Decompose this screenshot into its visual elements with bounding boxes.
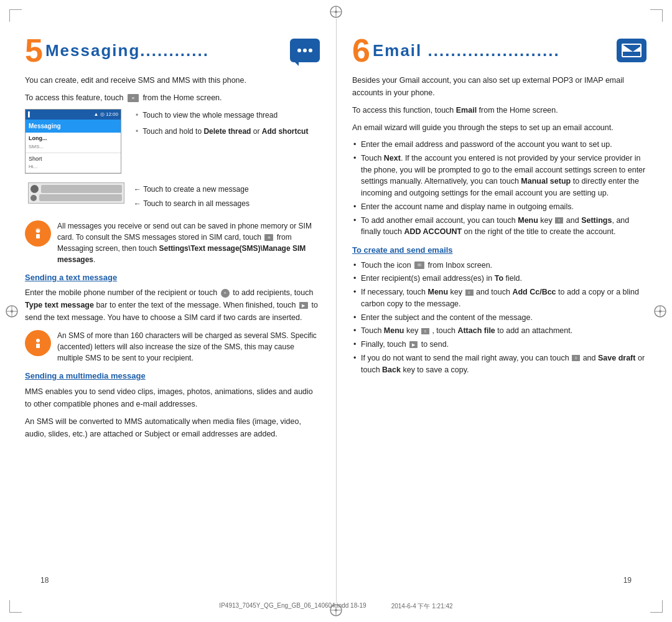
svg-point-20 — [30, 335, 46, 351]
email-send-bullet-6: Finally, touch ▶ to send. — [352, 339, 647, 351]
email-bullet-1: Enter the email address and password of … — [352, 139, 647, 151]
page-number-left: 18 — [40, 575, 49, 586]
chapter-header-email: 6 Email ....................... — [352, 34, 647, 67]
warning-icon-1 — [25, 220, 51, 247]
compass-top — [329, 5, 343, 19]
footer-left: IP4913_7045Y_QG_Eng_GB_06_140604.indd 18… — [219, 602, 366, 611]
chapter-header-messaging: 5 Messaging............ — [25, 34, 320, 67]
section-heading-text-msg: Sending a text message — [25, 271, 320, 284]
new-message-bar — [30, 185, 122, 193]
messaging-intro2: To access this feature, touch ≡ from the… — [25, 92, 320, 104]
messaging-chapter-icon — [289, 38, 320, 63]
annotation-bullet2: • Touch and hold to Delete thread or Add… — [131, 125, 320, 139]
section1-body: Enter the mobile phone number of the rec… — [25, 286, 320, 324]
email-chapter-icon — [616, 38, 647, 63]
chapter-num-5: 5 — [25, 34, 43, 67]
compose-annotations-text: ← Touch to create a new message ← Touch … — [134, 182, 320, 211]
search-dot-icon — [30, 195, 37, 201]
email-send-bullets: Touch the icon ✉ from Inbox screen. Ente… — [352, 260, 647, 376]
email-bullet-3: Enter the account name and display name … — [352, 201, 647, 213]
chapter-num-6: 6 — [352, 34, 370, 67]
message-bar-bg — [41, 185, 122, 193]
corner-mark-br — [650, 600, 663, 613]
section-heading-mms: Sending a multimedia message — [25, 370, 320, 382]
screen-titlebar: Messaging — [26, 120, 121, 133]
dot2 — [303, 49, 307, 52]
compose-annotation-area: ← Touch to create a new message ← Touch … — [25, 182, 320, 213]
svg-point-3 — [335, 11, 337, 13]
corner-mark-tl — [9, 9, 22, 22]
page-number-right: 19 — [623, 575, 632, 586]
email-icon-box — [617, 39, 646, 62]
screen-statusbar: ▌▲ ◎ 12:00 — [26, 110, 121, 120]
search-bar-row — [30, 194, 122, 201]
email-send-bullet-1: Touch the icon ✉ from Inbox screen. — [352, 260, 647, 271]
annotation-bullet1: • Touch to view the whole message thread — [131, 109, 320, 123]
chapter-title-email: Email ....................... — [373, 39, 611, 63]
search-bar-bg — [39, 194, 122, 201]
email-send-bullet-5: Touch Menu key ≡ , touch Attach file to … — [352, 325, 647, 337]
svg-point-19 — [35, 228, 40, 233]
svg-point-21 — [36, 339, 40, 342]
email-send-bullet-7: If you do not want to send the mail righ… — [352, 352, 647, 376]
email-bullet-4: To add another email account, you can to… — [352, 215, 647, 238]
right-column: 6 Email ....................... Besides … — [336, 25, 653, 597]
annotation-compose: ← Touch to create a new message — [134, 182, 320, 197]
messaging-screen-mockup: ▌▲ ◎ 12:00 Messaging Long... SMS... Shor… — [25, 109, 121, 174]
warning-text-2: An SMS of more than 160 characters will … — [57, 330, 320, 364]
corner-mark-tr — [650, 9, 663, 22]
footer-right: 2014-6-4 下午 1:21:42 — [391, 602, 453, 611]
messaging-annotations: • Touch to view the whole message thread… — [131, 109, 320, 138]
svg-point-15 — [659, 310, 661, 313]
email-intro1: Besides your Gmail account, you can also… — [352, 74, 647, 99]
warning-text-1: All messages you receive or send out can… — [57, 220, 320, 265]
svg-point-11 — [11, 310, 13, 313]
mms-body1: MMS enables you to send video clips, ima… — [25, 385, 320, 410]
svg-point-16 — [30, 225, 46, 242]
left-column: 5 Messaging............ You can create, … — [19, 25, 336, 597]
screen-row-2: Short Hi... — [26, 153, 121, 174]
svg-rect-18 — [36, 234, 40, 238]
warning-block-1: All messages you receive or send out can… — [25, 220, 320, 265]
screen-row-1: Long... SMS... — [26, 133, 121, 153]
corner-mark-bl — [9, 600, 22, 613]
annotation-search: ← Touch to search in all messages — [134, 197, 320, 211]
compass-right — [653, 304, 667, 318]
mms-body2: An SMS will be converted to MMS automati… — [25, 415, 320, 440]
messaging-intro1: You can create, edit and receive SMS and… — [25, 74, 320, 87]
email-send-bullet-2: Enter recipient(s) email address(es) in … — [352, 273, 647, 285]
compose-screen-mockup — [28, 182, 124, 204]
email-setup-bullets: Enter the email address and password of … — [352, 139, 647, 238]
compose-dot-icon — [30, 185, 39, 193]
email-send-bullet-4: Enter the subject and the content of the… — [352, 312, 647, 324]
compass-left — [5, 304, 19, 318]
warning-icon-2 — [25, 330, 51, 356]
warning-block-2: An SMS of more than 160 characters will … — [25, 330, 320, 364]
messaging-icon-dots — [297, 49, 312, 52]
dot1 — [297, 49, 301, 52]
email-envelope-icon — [622, 44, 642, 57]
dot3 — [309, 49, 312, 52]
email-intro3: An email wizard will guide you through t… — [352, 121, 647, 134]
section-heading-create-email: To create and send emails — [352, 244, 647, 257]
email-intro2: To access this function, touch Email fro… — [352, 104, 647, 116]
svg-rect-22 — [36, 344, 40, 348]
footer: IP4913_7045Y_QG_Eng_GB_06_140604.indd 18… — [219, 602, 452, 611]
chapter-title-messaging: Messaging............ — [45, 39, 284, 63]
email-send-bullet-3: If necessary, touch Menu key ≡ and touch… — [352, 286, 647, 310]
messaging-icon-box — [290, 39, 320, 62]
email-bullet-2: Touch Next. If the account you entered i… — [352, 153, 647, 199]
messaging-screenshot-area: ▌▲ ◎ 12:00 Messaging Long... SMS... Shor… — [25, 109, 320, 174]
